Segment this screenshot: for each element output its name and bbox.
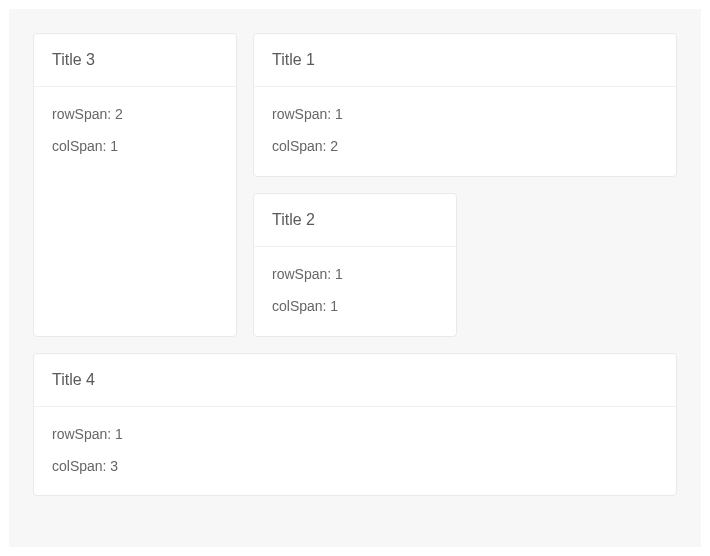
- row-span-text: rowSpan: 1: [52, 423, 658, 445]
- row-span-text: rowSpan: 2: [52, 103, 218, 125]
- card-title: Title 4: [52, 368, 658, 392]
- row-span-text: rowSpan: 1: [272, 263, 438, 285]
- card-header: Title 1: [254, 34, 676, 87]
- card-header: Title 4: [34, 354, 676, 407]
- card-title: Title 1: [272, 48, 658, 72]
- card-body: rowSpan: 2 colSpan: 1: [34, 87, 236, 176]
- row-span-text: rowSpan: 1: [272, 103, 658, 125]
- col-span-text: colSpan: 2: [272, 135, 658, 157]
- card-title-3: Title 3 rowSpan: 2 colSpan: 1: [33, 33, 237, 337]
- card-title-2: Title 2 rowSpan: 1 colSpan: 1: [253, 193, 457, 337]
- card-body: rowSpan: 1 colSpan: 3: [34, 407, 676, 496]
- col-span-text: colSpan: 3: [52, 455, 658, 477]
- card-grid-container: Title 3 rowSpan: 2 colSpan: 1 Title 1 ro…: [9, 9, 701, 547]
- card-header: Title 2: [254, 194, 456, 247]
- card-title-4: Title 4 rowSpan: 1 colSpan: 3: [33, 353, 677, 497]
- card-title: Title 3: [52, 48, 218, 72]
- card-title-1: Title 1 rowSpan: 1 colSpan: 2: [253, 33, 677, 177]
- card-body: rowSpan: 1 colSpan: 2: [254, 87, 676, 176]
- col-span-text: colSpan: 1: [52, 135, 218, 157]
- card-title: Title 2: [272, 208, 438, 232]
- card-body: rowSpan: 1 colSpan: 1: [254, 247, 456, 336]
- card-grid: Title 3 rowSpan: 2 colSpan: 1 Title 1 ro…: [33, 33, 677, 496]
- card-header: Title 3: [34, 34, 236, 87]
- col-span-text: colSpan: 1: [272, 295, 438, 317]
